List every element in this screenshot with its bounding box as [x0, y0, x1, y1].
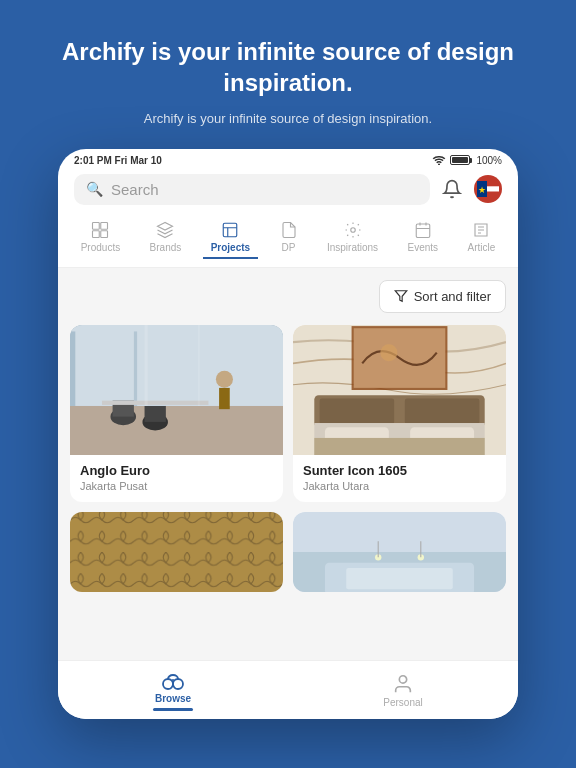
- svg-rect-26: [145, 325, 148, 406]
- svg-point-55: [399, 675, 406, 682]
- tab-projects-label: Projects: [211, 242, 250, 253]
- article-icon: [472, 221, 490, 239]
- svg-marker-16: [395, 291, 407, 302]
- project-name-2: Sunter Icon 1605: [303, 463, 496, 478]
- brands-icon: [156, 221, 174, 239]
- status-bar: 2:01 PM Fri Mar 10 100%: [58, 149, 518, 170]
- svg-rect-6: [93, 222, 100, 229]
- tab-products-label: Products: [81, 242, 120, 253]
- browse-underline: [153, 708, 193, 711]
- svg-rect-25: [102, 400, 209, 404]
- browse-label: Browse: [155, 693, 191, 704]
- status-right: 100%: [432, 155, 502, 166]
- header-title: Archify is your infinite source of desig…: [40, 36, 536, 98]
- tab-dp-label: DP: [282, 242, 296, 253]
- svg-rect-43: [70, 512, 283, 592]
- tab-brands-label: Brands: [150, 242, 182, 253]
- status-time: 2:01 PM Fri Mar 10: [74, 155, 162, 166]
- tab-inspirations[interactable]: Inspirations: [319, 217, 386, 259]
- nav-tabs: Products Brands Projects DP Inspirations: [58, 213, 518, 268]
- tab-products[interactable]: Products: [73, 217, 128, 259]
- sort-filter-row: Sort and filter: [70, 280, 506, 313]
- content-area: Sort and filter: [58, 268, 518, 660]
- tab-article-label: Article: [467, 242, 495, 253]
- tab-dp[interactable]: DP: [272, 217, 306, 259]
- svg-point-33: [380, 344, 397, 361]
- svg-rect-35: [320, 398, 395, 424]
- dp-icon: [280, 221, 298, 239]
- project-card-2[interactable]: Sunter Icon 1605 Jakarta Utara: [293, 325, 506, 502]
- svg-rect-12: [416, 224, 430, 238]
- svg-point-53: [173, 679, 183, 689]
- svg-rect-20: [134, 331, 137, 406]
- svg-rect-10: [224, 223, 238, 237]
- svg-rect-8: [93, 230, 100, 237]
- inspirations-icon: [344, 221, 362, 239]
- projects-icon: [221, 221, 239, 239]
- svg-text:★: ★: [478, 185, 486, 195]
- svg-rect-47: [346, 568, 453, 589]
- products-icon: [91, 221, 109, 239]
- svg-rect-40: [314, 437, 484, 454]
- project-card-1[interactable]: Anglo Euro Jakarta Pusat: [70, 325, 283, 502]
- search-placeholder: Search: [111, 181, 418, 198]
- svg-rect-9: [101, 230, 108, 237]
- tab-brands[interactable]: Brands: [142, 217, 190, 259]
- svg-point-11: [350, 227, 355, 232]
- tab-inspirations-label: Inspirations: [327, 242, 378, 253]
- tab-events[interactable]: Events: [400, 217, 447, 259]
- svg-rect-27: [198, 325, 200, 406]
- svg-rect-7: [101, 222, 108, 229]
- project-card-3[interactable]: [70, 512, 283, 592]
- projects-grid: Anglo Euro Jakarta Pusat: [70, 325, 506, 592]
- svg-rect-29: [219, 387, 230, 408]
- tab-projects[interactable]: Projects: [203, 217, 258, 259]
- project-info-1: Anglo Euro Jakarta Pusat: [70, 455, 283, 502]
- search-row: 🔍 Search ★: [58, 170, 518, 213]
- filter-icon: [394, 289, 408, 303]
- device-frame: 2:01 PM Fri Mar 10 100% 🔍 Search: [58, 149, 518, 719]
- project-location-2: Jakarta Utara: [303, 480, 496, 492]
- svg-rect-18: [70, 325, 283, 406]
- sort-filter-label: Sort and filter: [414, 289, 491, 304]
- bottom-nav-personal[interactable]: Personal: [288, 669, 518, 715]
- project-image-bedroom: [293, 325, 506, 455]
- battery-percent: 100%: [476, 155, 502, 166]
- svg-rect-36: [405, 398, 480, 424]
- bottom-nav-browse[interactable]: Browse: [58, 669, 288, 715]
- browse-icon: [161, 673, 185, 691]
- project-image-office: [70, 325, 283, 455]
- notification-bell[interactable]: [438, 175, 466, 203]
- project-location-1: Jakarta Pusat: [80, 480, 273, 492]
- search-input-box[interactable]: 🔍 Search: [74, 174, 430, 205]
- header-section: Archify is your infinite source of desig…: [0, 0, 576, 149]
- tab-article[interactable]: Article: [459, 217, 503, 259]
- svg-point-28: [216, 370, 233, 387]
- svg-rect-24: [145, 406, 166, 422]
- project-card-4[interactable]: [293, 512, 506, 592]
- header-subtitle: Archify is your infinite source of desig…: [40, 110, 536, 128]
- wifi-icon: [432, 155, 446, 165]
- events-icon: [414, 221, 432, 239]
- bottom-nav: Browse Personal: [58, 660, 518, 719]
- svg-point-52: [163, 679, 173, 689]
- project-name-1: Anglo Euro: [80, 463, 273, 478]
- search-icon: 🔍: [86, 181, 103, 197]
- personal-label: Personal: [383, 697, 422, 708]
- svg-rect-17: [70, 406, 283, 455]
- personal-icon: [392, 673, 414, 695]
- user-avatar[interactable]: ★: [474, 175, 502, 203]
- project-info-2: Sunter Icon 1605 Jakarta Utara: [293, 455, 506, 502]
- tab-events-label: Events: [408, 242, 439, 253]
- battery-indicator: [450, 155, 472, 165]
- sort-filter-button[interactable]: Sort and filter: [379, 280, 506, 313]
- svg-rect-19: [70, 331, 75, 406]
